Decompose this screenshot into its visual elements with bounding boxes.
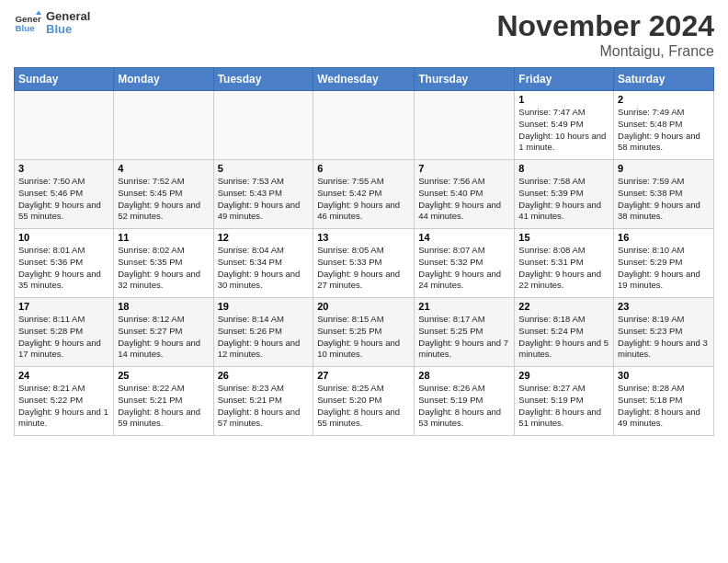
calendar-cell — [213, 91, 313, 160]
day-info: Sunrise: 8:04 AM Sunset: 5:34 PM Dayligh… — [218, 245, 310, 292]
weekday-header-row: SundayMondayTuesdayWednesdayThursdayFrid… — [15, 68, 714, 91]
calendar-cell: 17Sunrise: 8:11 AM Sunset: 5:28 PM Dayli… — [15, 298, 114, 367]
calendar-cell: 27Sunrise: 8:25 AM Sunset: 5:20 PM Dayli… — [313, 367, 415, 436]
calendar-cell: 24Sunrise: 8:21 AM Sunset: 5:22 PM Dayli… — [15, 367, 114, 436]
calendar-cell: 25Sunrise: 8:22 AM Sunset: 5:21 PM Dayli… — [114, 367, 213, 436]
day-info: Sunrise: 8:28 AM Sunset: 5:18 PM Dayligh… — [618, 383, 710, 430]
calendar-cell: 7Sunrise: 7:56 AM Sunset: 5:40 PM Daylig… — [415, 160, 515, 229]
day-info: Sunrise: 8:19 AM Sunset: 5:23 PM Dayligh… — [618, 314, 710, 361]
calendar-cell: 28Sunrise: 8:26 AM Sunset: 5:19 PM Dayli… — [415, 367, 515, 436]
day-number: 27 — [317, 370, 410, 381]
svg-text:General: General — [16, 14, 42, 24]
day-number: 18 — [118, 301, 209, 312]
day-info: Sunrise: 8:25 AM Sunset: 5:20 PM Dayligh… — [317, 383, 410, 430]
calendar-cell: 1Sunrise: 7:47 AM Sunset: 5:49 PM Daylig… — [515, 91, 614, 160]
calendar-cell: 15Sunrise: 8:08 AM Sunset: 5:31 PM Dayli… — [515, 229, 614, 298]
calendar-cell: 18Sunrise: 8:12 AM Sunset: 5:27 PM Dayli… — [114, 298, 213, 367]
day-number: 10 — [18, 232, 109, 243]
calendar-cell: 22Sunrise: 8:18 AM Sunset: 5:24 PM Dayli… — [515, 298, 614, 367]
day-info: Sunrise: 8:11 AM Sunset: 5:28 PM Dayligh… — [18, 314, 109, 361]
calendar-cell: 6Sunrise: 7:55 AM Sunset: 5:42 PM Daylig… — [313, 160, 415, 229]
calendar-cell: 23Sunrise: 8:19 AM Sunset: 5:23 PM Dayli… — [614, 298, 714, 367]
calendar-cell: 11Sunrise: 8:02 AM Sunset: 5:35 PM Dayli… — [114, 229, 213, 298]
day-info: Sunrise: 7:52 AM Sunset: 5:45 PM Dayligh… — [118, 176, 209, 223]
calendar-cell: 14Sunrise: 8:07 AM Sunset: 5:32 PM Dayli… — [415, 229, 515, 298]
header: General Blue General Blue November 2024 … — [14, 9, 714, 60]
logo-icon: General Blue — [14, 9, 41, 37]
week-row-1: 3Sunrise: 7:50 AM Sunset: 5:46 PM Daylig… — [15, 160, 714, 229]
day-info: Sunrise: 8:08 AM Sunset: 5:31 PM Dayligh… — [518, 245, 609, 292]
calendar-cell: 12Sunrise: 8:04 AM Sunset: 5:34 PM Dayli… — [213, 229, 313, 298]
calendar-cell: 30Sunrise: 8:28 AM Sunset: 5:18 PM Dayli… — [614, 367, 714, 436]
week-row-0: 1Sunrise: 7:47 AM Sunset: 5:49 PM Daylig… — [15, 91, 714, 160]
day-number: 29 — [518, 370, 609, 381]
day-number: 3 — [18, 163, 109, 174]
day-info: Sunrise: 7:53 AM Sunset: 5:43 PM Dayligh… — [218, 176, 310, 223]
day-info: Sunrise: 8:26 AM Sunset: 5:19 PM Dayligh… — [418, 383, 510, 430]
weekday-header-wednesday: Wednesday — [313, 68, 415, 91]
day-number: 15 — [518, 232, 609, 243]
day-info: Sunrise: 7:47 AM Sunset: 5:49 PM Dayligh… — [518, 107, 609, 154]
week-row-2: 10Sunrise: 8:01 AM Sunset: 5:36 PM Dayli… — [15, 229, 714, 298]
calendar-cell — [114, 91, 213, 160]
day-info: Sunrise: 8:01 AM Sunset: 5:36 PM Dayligh… — [18, 245, 109, 292]
weekday-header-monday: Monday — [114, 68, 213, 91]
day-number: 22 — [518, 301, 609, 312]
day-number: 28 — [418, 370, 510, 381]
day-number: 4 — [118, 163, 209, 174]
calendar-cell: 8Sunrise: 7:58 AM Sunset: 5:39 PM Daylig… — [515, 160, 614, 229]
day-number: 19 — [218, 301, 310, 312]
day-info: Sunrise: 7:49 AM Sunset: 5:48 PM Dayligh… — [618, 107, 710, 154]
day-number: 25 — [118, 370, 209, 381]
location: Montaigu, France — [496, 43, 714, 60]
day-number: 12 — [218, 232, 310, 243]
calendar-cell: 16Sunrise: 8:10 AM Sunset: 5:29 PM Dayli… — [614, 229, 714, 298]
svg-marker-2 — [36, 11, 41, 16]
day-number: 17 — [18, 301, 109, 312]
calendar-cell — [313, 91, 415, 160]
month-title: November 2024 — [496, 9, 714, 43]
calendar-cell: 20Sunrise: 8:15 AM Sunset: 5:25 PM Dayli… — [313, 298, 415, 367]
day-number: 20 — [317, 301, 410, 312]
day-number: 26 — [218, 370, 310, 381]
day-info: Sunrise: 8:17 AM Sunset: 5:25 PM Dayligh… — [418, 314, 510, 361]
day-number: 11 — [118, 232, 209, 243]
weekday-header-tuesday: Tuesday — [213, 68, 313, 91]
day-number: 30 — [618, 370, 710, 381]
day-info: Sunrise: 8:12 AM Sunset: 5:27 PM Dayligh… — [118, 314, 209, 361]
day-info: Sunrise: 8:10 AM Sunset: 5:29 PM Dayligh… — [618, 245, 710, 292]
weekday-header-friday: Friday — [515, 68, 614, 91]
day-info: Sunrise: 7:58 AM Sunset: 5:39 PM Dayligh… — [518, 176, 609, 223]
day-info: Sunrise: 8:05 AM Sunset: 5:33 PM Dayligh… — [317, 245, 410, 292]
calendar-cell: 10Sunrise: 8:01 AM Sunset: 5:36 PM Dayli… — [15, 229, 114, 298]
title-block: November 2024 Montaigu, France — [496, 9, 714, 60]
day-info: Sunrise: 8:23 AM Sunset: 5:21 PM Dayligh… — [218, 383, 310, 430]
day-info: Sunrise: 8:14 AM Sunset: 5:26 PM Dayligh… — [218, 314, 310, 361]
day-info: Sunrise: 8:07 AM Sunset: 5:32 PM Dayligh… — [418, 245, 510, 292]
day-info: Sunrise: 7:50 AM Sunset: 5:46 PM Dayligh… — [18, 176, 109, 223]
day-number: 1 — [518, 94, 609, 105]
day-number: 8 — [518, 163, 609, 174]
page: General Blue General Blue November 2024 … — [0, 0, 728, 563]
calendar-cell: 21Sunrise: 8:17 AM Sunset: 5:25 PM Dayli… — [415, 298, 515, 367]
day-info: Sunrise: 7:56 AM Sunset: 5:40 PM Dayligh… — [418, 176, 510, 223]
day-info: Sunrise: 8:27 AM Sunset: 5:19 PM Dayligh… — [518, 383, 609, 430]
day-number: 24 — [18, 370, 109, 381]
day-info: Sunrise: 8:15 AM Sunset: 5:25 PM Dayligh… — [317, 314, 410, 361]
calendar-cell: 3Sunrise: 7:50 AM Sunset: 5:46 PM Daylig… — [15, 160, 114, 229]
week-row-3: 17Sunrise: 8:11 AM Sunset: 5:28 PM Dayli… — [15, 298, 714, 367]
day-number: 21 — [418, 301, 510, 312]
calendar-cell: 26Sunrise: 8:23 AM Sunset: 5:21 PM Dayli… — [213, 367, 313, 436]
weekday-header-sunday: Sunday — [15, 68, 114, 91]
day-info: Sunrise: 7:55 AM Sunset: 5:42 PM Dayligh… — [317, 176, 410, 223]
calendar-cell: 9Sunrise: 7:59 AM Sunset: 5:38 PM Daylig… — [614, 160, 714, 229]
day-info: Sunrise: 8:21 AM Sunset: 5:22 PM Dayligh… — [18, 383, 109, 430]
day-info: Sunrise: 8:02 AM Sunset: 5:35 PM Dayligh… — [118, 245, 209, 292]
calendar-cell: 13Sunrise: 8:05 AM Sunset: 5:33 PM Dayli… — [313, 229, 415, 298]
day-number: 6 — [317, 163, 410, 174]
day-number: 2 — [618, 94, 710, 105]
calendar-cell: 5Sunrise: 7:53 AM Sunset: 5:43 PM Daylig… — [213, 160, 313, 229]
day-number: 5 — [218, 163, 310, 174]
weekday-header-thursday: Thursday — [415, 68, 515, 91]
calendar-cell — [15, 91, 114, 160]
